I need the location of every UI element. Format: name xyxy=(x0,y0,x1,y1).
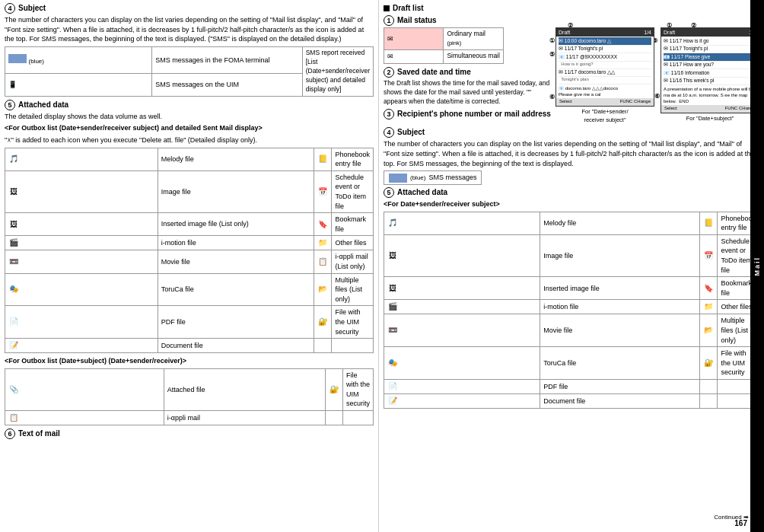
outbox-heading: <For Outbox list (Date+subject) (Date+se… xyxy=(5,356,374,366)
outbox-empty-1 xyxy=(325,411,342,425)
phone2-row6-text: ✉ 11/16 This week's pl xyxy=(664,78,714,84)
phone1-detail-text: 📧 docomo.taro △△△dococoPlease give me a … xyxy=(559,86,618,97)
file-icon-bookmark: 🔖 xyxy=(314,213,332,236)
file-label-schedule: Schedule event or ToDo item file xyxy=(332,170,374,212)
file-icon-iappli: 📋 xyxy=(314,250,332,273)
circle-5-left: 5 xyxy=(5,100,15,110)
file-icon-multiple: 📂 xyxy=(314,273,332,306)
ruim-icon: 🔐 xyxy=(703,358,714,368)
phone2-label: For "Date+subject" xyxy=(661,115,759,123)
image-icon-left: 🖼 xyxy=(8,186,19,197)
mail-ordinary-row: ✉ Ordinary mail(pink) xyxy=(384,28,504,50)
file-label-bookmark: Bookmark file xyxy=(332,213,374,236)
file-icon-pdf: 📄 xyxy=(5,306,158,339)
phone2-row3: 📧 11/17 Please give xyxy=(664,53,756,61)
section5-title-left: Attached data xyxy=(18,100,68,110)
circle-3-right: 3 xyxy=(384,109,394,119)
sms-blue-label-right: (blue) xyxy=(410,174,425,182)
rfile-empty-3 xyxy=(700,394,718,409)
imotion-icon: 🎬 xyxy=(8,237,19,248)
rfile-row-5: 📼 Movie file 📂 Multiple files (List only… xyxy=(384,314,759,347)
phone1-func: FUNC CHange xyxy=(620,99,651,105)
rtoruca-icon: 🎭 xyxy=(387,358,398,368)
right-file-table: 🎵 Melody file 📒 Phonebook entry file 🖼 I… xyxy=(384,212,759,409)
left-file-table: 🎵 Melody file 📒 Phonebook entry file 🖼 I… xyxy=(5,148,374,354)
rfile-icon-doc: 📝 xyxy=(384,394,540,409)
uim-icon-outbox: 🔐 xyxy=(329,384,339,395)
rfile-row-7: 📄 PDF file xyxy=(384,380,759,394)
phone1-row5: ✉ 11/17 docomo.taro △△ xyxy=(559,69,651,77)
file-icon-imotion: 🎬 xyxy=(5,236,158,250)
phone1-row3: 📧 11/17 @9XXXXXXXXX xyxy=(559,53,651,61)
outbox-icon-attach: 📎 xyxy=(5,368,164,410)
file-row-5: 📼 Movie file 📋 i-αppli mail (List only) xyxy=(5,250,374,273)
phone1-row6-text: Tonight's plan xyxy=(559,77,589,83)
right-column: Draft list 1 Mail status ✉ Ordinary mail… xyxy=(379,0,764,532)
rmelody-icon: 🎵 xyxy=(387,218,398,228)
blue-rect-right xyxy=(389,174,407,183)
section6-title: Text of mail xyxy=(18,428,60,439)
sms-blue-cell: (blue) xyxy=(5,47,152,74)
phone2-annot-6: ⑥ xyxy=(654,92,660,100)
section4-text-right: The number of characters you can display… xyxy=(384,139,759,168)
section4-text-left: The number of characters you can display… xyxy=(5,15,374,44)
mail-simultaneous-row: ✉ Simultaneous mail xyxy=(384,50,504,64)
sms-row-blue: (blue) SMS messages in the FOMA terminal… xyxy=(5,47,374,74)
file-label-other: Other files xyxy=(332,236,374,250)
phone2-bottom: A presentation of a new mobile phone wil… xyxy=(661,86,759,105)
rfile-icon-bookmark: 🔖 xyxy=(700,277,718,300)
phone1-row6: Tonight's plan xyxy=(559,77,651,84)
doc-icon: 📝 xyxy=(8,340,19,351)
mail-rail: Mail xyxy=(750,0,764,532)
outbox-row-2: 📋 i-αppli mail xyxy=(5,411,374,425)
ordinary-mail-label: Ordinary mail(pink) xyxy=(444,28,503,50)
section5-bold1: <For Outbox list (Date+sender/receiver s… xyxy=(5,123,374,133)
ordinary-icon-cell: ✉ xyxy=(384,28,444,50)
file-label-multiple: Multiple files (List only) xyxy=(332,273,374,306)
section1-title: Mail status xyxy=(397,15,437,26)
other-icon: 📁 xyxy=(317,237,328,248)
rbookmark-icon: 🔖 xyxy=(703,283,714,294)
phones-area: ② ① ③ ⑤ ⑥ Draft 1/4 ✉ 10:00 docomo.taro … xyxy=(555,27,759,124)
sms-uim-icon: 📱 xyxy=(5,73,152,96)
section3-heading: 3 Recipient's phone number or mail addre… xyxy=(384,109,551,119)
mail-rail-label: Mail xyxy=(753,256,762,276)
rfile-label-imotion: i-motion file xyxy=(540,300,700,314)
phone1-annot-5: ⑤ xyxy=(549,50,555,59)
rfile-label-melody: Melody file xyxy=(540,212,700,234)
file-row-3: 🖼 Inserted image file (List only) 🔖 Book… xyxy=(5,213,374,236)
phone2-select: Select xyxy=(664,106,677,112)
phone2-container: ① ② ⑤ ④ ③ ⑥ Draft 1/3 ✉ 11/17 How is it … xyxy=(661,27,759,123)
rmovie-icon: 📼 xyxy=(387,325,398,336)
circle-5-right: 5 xyxy=(384,187,394,198)
rpdf-icon: 📄 xyxy=(387,381,398,392)
circle-6-left: 6 xyxy=(5,428,15,439)
rfile-icon-image: 🖼 xyxy=(384,234,540,276)
section4-heading-right: 4 Subject xyxy=(384,127,759,138)
blue-rect xyxy=(8,54,27,63)
rimage-icon: 🖼 xyxy=(387,250,398,261)
phonebook-icon: 📒 xyxy=(317,154,328,164)
sms-uim-icon-glyph: 📱 xyxy=(8,81,17,88)
rfile-label-image: Image file xyxy=(540,234,700,276)
file-empty-2 xyxy=(332,339,374,353)
multiple-icon: 📂 xyxy=(317,284,328,295)
outbox-label-attach: Attached file xyxy=(164,368,325,410)
left-column: 4 Subject The number of characters you c… xyxy=(0,0,379,532)
sms-blue-label: (blue) xyxy=(29,58,44,65)
file-label-imotion: i-motion file xyxy=(158,236,314,250)
phone1-select: Select xyxy=(559,99,572,105)
schedule-icon: 📅 xyxy=(317,186,328,197)
rfile-icon-inserted: 🖼 xyxy=(384,277,540,300)
phone1-row5-text: ✉ 11/17 docomo.taro △△ xyxy=(559,69,615,75)
file-label-movie: Movie file xyxy=(158,250,314,273)
section4-title-right: Subject xyxy=(397,127,425,138)
outbox-table: 📎 Attached file 🔐 File with the UIM secu… xyxy=(5,368,374,425)
phone1-row1-text: ✉ 10:00 docomo.taro △ xyxy=(559,38,611,44)
sms-table-left: (blue) SMS messages in the FOMA terminal… xyxy=(5,46,374,96)
file-label-toruca: ToruCa file xyxy=(158,273,314,306)
rfile-label-doc: Document file xyxy=(540,394,700,409)
file-row-1: 🎵 Melody file 📒 Phonebook entry file xyxy=(5,148,374,170)
section3-title: Recipient's phone number or mail address xyxy=(397,109,551,119)
phone2-row4: ✉ 11/17 How are you? xyxy=(664,62,756,69)
